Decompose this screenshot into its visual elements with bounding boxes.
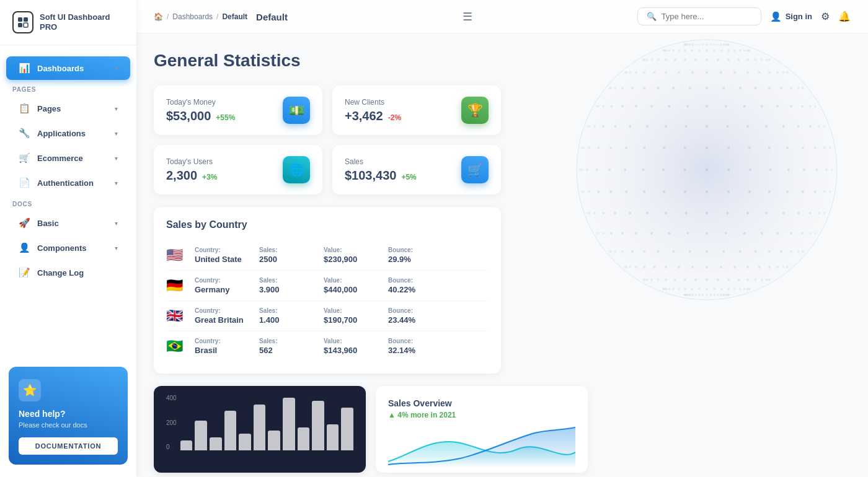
svg-point-87 (653, 266, 655, 268)
svg-point-125 (668, 232, 670, 235)
svg-point-248 (722, 87, 725, 89)
svg-point-89 (635, 266, 637, 268)
sidebar-item-basic[interactable]: 🚀 Basic ▾ (6, 211, 130, 235)
svg-point-163 (625, 191, 627, 193)
svg-point-231 (706, 105, 708, 108)
search-box[interactable]: 🔍 (637, 7, 761, 25)
svg-point-205 (823, 125, 826, 128)
stat-info-money: Today's Money $53,000 +55% (166, 98, 235, 123)
bar-chart-bar (327, 424, 339, 451)
home-icon[interactable]: 🏠 (154, 12, 163, 21)
svg-point-30 (725, 294, 727, 296)
country-col-us: Country: United State (195, 247, 250, 264)
svg-point-53 (746, 288, 749, 291)
settings-icon[interactable]: ⚙ (821, 11, 830, 22)
svg-point-102 (722, 250, 725, 253)
help-card: ⭐ Need help? Please check our docs DOCUM… (9, 367, 128, 465)
svg-rect-1 (24, 17, 28, 22)
sidebar-item-ecommerce[interactable]: 🛒 Ecommerce ▾ (6, 146, 130, 170)
sidebar-item-dashboards[interactable]: 📊 Dashboards ▾ (6, 56, 130, 80)
svg-point-78 (768, 266, 771, 268)
value-br: $143,960 (324, 346, 379, 355)
svg-point-152 (823, 191, 826, 193)
sidebar: Soft UI Dashboard PRO 📊 Dashboards ▾ PAG… (0, 0, 136, 477)
svg-point-117 (801, 232, 804, 235)
sales-label: Sales: (259, 247, 315, 253)
svg-point-13 (706, 294, 708, 296)
topbar-right: 🔍 👤 Sign in ⚙ 🔔 (637, 7, 851, 25)
svg-point-141 (706, 212, 708, 214)
hamburger-icon[interactable]: ☰ (463, 10, 472, 24)
svg-point-280 (786, 71, 789, 74)
svg-point-17 (691, 294, 694, 296)
country-label: Country: (195, 307, 250, 314)
chevron-down-icon: ▾ (115, 180, 118, 186)
svg-point-88 (643, 266, 645, 268)
svg-point-169 (831, 168, 833, 171)
svg-point-214 (685, 125, 688, 128)
bar-chart-bar (298, 427, 310, 450)
svg-point-69 (650, 279, 653, 281)
signin-button[interactable]: 👤 Sign in (770, 11, 812, 22)
sales-col-gb: Sales: 1.400 (259, 307, 315, 325)
svg-point-210 (765, 125, 768, 128)
svg-point-68 (657, 279, 660, 281)
chevron-down-icon: ▾ (115, 155, 118, 162)
svg-point-110 (614, 250, 616, 253)
svg-point-40 (713, 288, 715, 291)
svg-point-150 (586, 212, 588, 214)
value-label: Value: (324, 247, 379, 253)
sidebar-item-changelog[interactable]: 📝 Change Log (6, 261, 130, 284)
svg-point-54 (748, 288, 751, 291)
sales-value-br: 562 (259, 346, 315, 355)
svg-point-134 (818, 212, 820, 214)
svg-point-230 (725, 105, 727, 108)
svg-point-23 (684, 294, 686, 296)
documentation-button[interactable]: DOCUMENTATION (19, 437, 118, 455)
value-col-br: Value: $143,960 (324, 338, 379, 355)
svg-point-135 (809, 212, 812, 214)
search-input[interactable] (662, 12, 752, 21)
stat-info-users: Today's Users 2,300 +3% (166, 157, 217, 183)
svg-point-18 (689, 294, 691, 296)
country-col-gb: Country: Great Britain (195, 307, 250, 325)
svg-point-166 (588, 191, 590, 193)
svg-point-86 (665, 266, 667, 268)
svg-point-234 (650, 105, 653, 108)
country-label: Country: (195, 277, 250, 284)
bell-icon[interactable]: 🔔 (838, 11, 851, 22)
sidebar-item-applications[interactable]: 🔧 Applications ▾ (6, 121, 130, 145)
sidebar-item-pages[interactable]: 📋 Pages ▾ (6, 97, 130, 120)
svg-point-31 (727, 294, 729, 296)
svg-point-260 (802, 87, 804, 89)
breadcrumb-dashboards[interactable]: Dashboards (172, 12, 213, 21)
stat-label-clients: New Clients (345, 98, 401, 107)
svg-point-324 (727, 43, 729, 46)
svg-point-6 (727, 294, 729, 296)
value-gb: $190,700 (324, 315, 379, 325)
svg-point-39 (720, 288, 723, 291)
search-icon: 🔍 (647, 12, 657, 21)
svg-point-4 (577, 40, 837, 300)
country-name-de: Germany (195, 285, 250, 294)
svg-point-124 (686, 232, 689, 235)
svg-point-216 (646, 125, 649, 128)
sidebar-item-components[interactable]: 👤 Components ▾ (6, 236, 130, 260)
bar-chart-bar (341, 408, 353, 450)
breadcrumb-sep2: / (216, 12, 218, 21)
country-col-de: Country: Germany (195, 277, 250, 294)
svg-point-147 (602, 212, 604, 214)
stat-value-users: 2,300 (166, 168, 197, 183)
sidebar-item-authentication[interactable]: 📄 Authentication ▾ (6, 171, 130, 195)
svg-point-98 (780, 250, 782, 253)
svg-point-94 (786, 266, 789, 268)
svg-point-80 (746, 266, 749, 268)
svg-point-215 (665, 125, 667, 128)
svg-point-247 (739, 87, 742, 89)
svg-point-240 (596, 105, 598, 108)
bar-chart-bar (239, 434, 251, 450)
svg-point-225 (801, 105, 804, 108)
svg-point-130 (602, 232, 604, 235)
bar-chart-bar (268, 431, 280, 450)
svg-point-127 (635, 232, 637, 235)
